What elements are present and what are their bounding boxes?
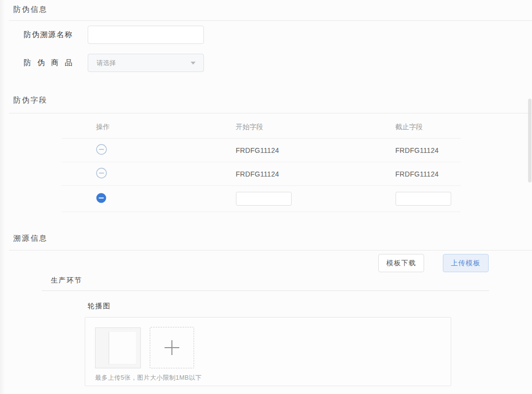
template-upload-button[interactable]: 上传模板 [443, 254, 489, 272]
carousel-upload-panel: 最多上传5张，图片大小限制1MB以下 [85, 317, 451, 386]
trace-name-input[interactable] [88, 26, 204, 44]
remove-row-filled-icon[interactable] [96, 193, 107, 204]
table-row: FRDFG11124 FRDFG11124 [62, 162, 461, 186]
divider [9, 20, 532, 21]
page-left-edge-shadow [0, 0, 5, 394]
start-field-value: FRDFG11124 [201, 170, 361, 178]
carousel-image-label: 轮播图 [88, 302, 111, 311]
column-header-end-field: 截止字段 [361, 123, 461, 132]
table-row: FRDFG11124 FRDFG11124 [62, 139, 461, 162]
table-header-row: 操作 开始字段 截止字段 [62, 116, 461, 139]
remove-row-icon[interactable] [96, 168, 107, 179]
scrollbar-thumb[interactable] [528, 99, 532, 182]
chevron-down-icon [191, 62, 196, 65]
new-end-field-input[interactable] [396, 192, 451, 206]
uploaded-image-preview [108, 332, 136, 364]
divider [42, 290, 489, 291]
section-title-anti-fake-info: 防伪信息 [13, 5, 48, 14]
production-stage-title: 生产环节 [51, 276, 82, 285]
section-title-trace-info: 溯源信息 [13, 234, 48, 243]
template-download-button[interactable]: 模板下载 [378, 254, 424, 272]
upload-hint-text: 最多上传5张，图片大小限制1MB以下 [95, 374, 202, 382]
add-image-button[interactable] [150, 327, 194, 368]
start-field-value: FRDFG11124 [201, 146, 361, 154]
anti-fake-fields-table: 操作 开始字段 截止字段 FRDFG11124 FRDFG11124 FRD [62, 116, 461, 212]
column-header-start-field: 开始字段 [201, 123, 361, 132]
product-select-placeholder: 请选择 [88, 59, 191, 68]
remove-row-icon[interactable] [96, 144, 107, 155]
product-select[interactable]: 请选择 [88, 54, 204, 72]
divider [9, 250, 532, 251]
end-field-value: FRDFG11124 [361, 146, 461, 154]
scrollbar-track [527, 0, 532, 394]
plus-icon [165, 340, 179, 355]
divider [9, 113, 532, 113]
new-start-field-input[interactable] [236, 192, 292, 206]
name-field-label: 防伪溯源名称 [24, 30, 73, 39]
product-field-label: 防伪商品 [24, 58, 73, 68]
table-new-row [62, 186, 461, 212]
uploaded-image-thumbnail[interactable] [95, 327, 141, 368]
section-title-anti-fake-fields: 防伪字段 [13, 96, 48, 105]
column-header-operation: 操作 [62, 123, 201, 132]
end-field-value: FRDFG11124 [361, 170, 461, 178]
